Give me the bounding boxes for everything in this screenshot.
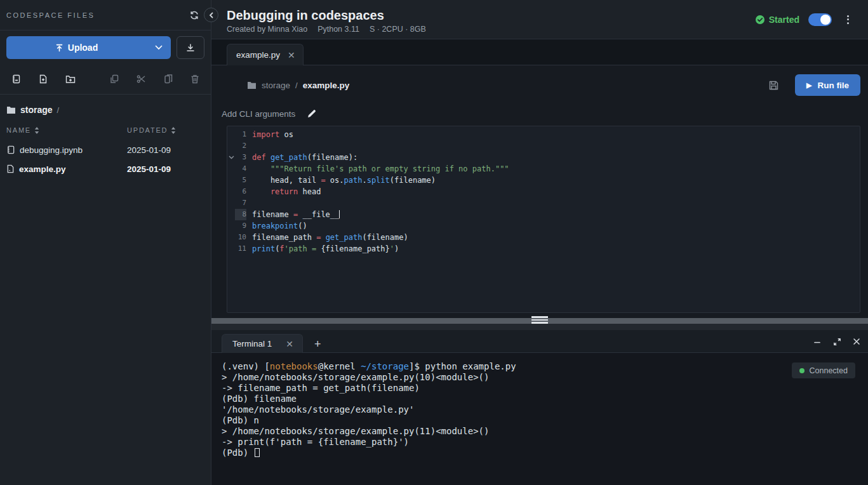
close-terminal-panel-button[interactable]: [850, 335, 863, 348]
copy-button[interactable]: [107, 72, 121, 86]
expand-icon: [833, 338, 841, 346]
line-number: 2: [235, 140, 246, 152]
trash-icon: [190, 74, 199, 84]
refresh-button[interactable]: [187, 8, 202, 23]
upload-button[interactable]: Upload: [6, 36, 171, 59]
line-number: 1: [235, 129, 246, 140]
breadcrumb-separator: /: [295, 81, 298, 90]
line-number: 10: [235, 232, 246, 243]
notebook-icon: [6, 145, 15, 154]
file-row-debugging.ipynb[interactable]: debugging.ipynb 2025-01-09: [6, 140, 204, 159]
code-editor[interactable]: 1 import os 2 3 def get_path(filename): …: [227, 126, 860, 313]
main-area: Debugging in codespaces Created by Minna…: [211, 0, 868, 485]
file-updated: 2025-01-09: [127, 145, 204, 155]
play-icon: ▶: [806, 81, 811, 90]
more-options-button[interactable]: [841, 11, 855, 28]
python-icon: [6, 164, 15, 173]
folder-icon: [6, 106, 16, 114]
fold-chevron-icon[interactable]: [227, 156, 235, 159]
new-file-button[interactable]: [36, 72, 50, 86]
status-badge: Started: [755, 15, 799, 25]
scissors-icon: [137, 74, 146, 84]
paste-button[interactable]: [161, 72, 175, 86]
breadcrumb-separator: /: [57, 105, 60, 115]
code-line-3: 3 def get_path(filename):: [227, 152, 860, 163]
notebook-icon: [11, 74, 21, 84]
file-name: debugging.ipynb: [20, 145, 83, 155]
line-number: 3: [235, 152, 246, 163]
connected-dot-icon: [799, 368, 805, 373]
sidebar-codespace-files: CODESPACE FILES Upload: [0, 0, 211, 485]
download-icon: [186, 43, 195, 52]
line-number: 4: [235, 163, 246, 175]
download-button[interactable]: [177, 36, 204, 59]
panel-divider: [211, 324, 868, 330]
copy-icon: [110, 74, 119, 84]
upload-icon: [55, 44, 63, 52]
new-terminal-button[interactable]: +: [314, 338, 321, 350]
folder-plus-icon: [65, 75, 76, 84]
panel-resize-handle[interactable]: [211, 318, 868, 324]
created-by: Created by Minna Xiao: [227, 25, 307, 34]
paste-icon: [164, 74, 173, 84]
code-line-1: 1 import os: [227, 129, 860, 140]
machine-label: S · 2CPU · 8GB: [370, 25, 426, 34]
line-number: 7: [235, 197, 246, 209]
breadcrumb-folder[interactable]: storage: [20, 105, 53, 115]
connection-status-badge: Connected: [792, 362, 855, 378]
project-meta: Created by Minna Xiao Python 3.11 S · 2C…: [227, 25, 755, 34]
sidebar-collapse-button[interactable]: [204, 8, 218, 22]
new-notebook-button[interactable]: [9, 72, 23, 86]
sidebar-title: CODESPACE FILES: [6, 11, 187, 19]
terminal-line-5: '/home/notebooks/storage/example.py': [222, 404, 868, 415]
run-file-label: Run file: [818, 81, 850, 90]
minimize-terminal-button[interactable]: [810, 335, 824, 349]
cut-button[interactable]: [134, 72, 149, 86]
terminal-line-2: > /home/notebooks/storage/example.py(10)…: [222, 372, 868, 383]
file-plus-icon: [39, 74, 48, 84]
pencil-icon: [307, 109, 316, 118]
tab-label: example.py: [236, 50, 280, 60]
terminal-line-9: (Pdb): [222, 448, 868, 458]
save-file-button[interactable]: [766, 78, 781, 93]
file-breadcrumb: storage / example.py: [247, 81, 766, 90]
run-file-button[interactable]: ▶ Run file: [795, 74, 860, 96]
terminal-line-6: (Pdb) n: [222, 415, 868, 426]
line-number: 5: [235, 175, 246, 186]
check-circle-icon: [755, 15, 765, 25]
file-tabstrip: example.py ✕: [211, 39, 868, 65]
upload-dropdown[interactable]: [147, 45, 171, 50]
machine-toggle[interactable]: [808, 13, 832, 26]
terminal-line-3: -> filename_path = get_path(filename): [222, 383, 868, 394]
cli-arguments-label: Add CLI arguments: [222, 109, 295, 119]
delete-button[interactable]: [188, 72, 202, 86]
close-tab-icon[interactable]: ✕: [288, 51, 295, 60]
refresh-icon: [189, 10, 199, 20]
sort-by-updated[interactable]: UPDATED: [127, 126, 204, 134]
kebab-icon: [847, 15, 849, 17]
tab-terminal-1[interactable]: Terminal 1 ✕: [222, 334, 303, 353]
code-line-6: 6 return head: [227, 186, 860, 197]
expand-terminal-button[interactable]: [831, 335, 844, 349]
page-title: Debugging in codespaces: [227, 7, 755, 23]
terminal-line-1: (.venv) [notebooks@kernel ~/storage]$ py…: [222, 361, 868, 372]
file-row-example.py[interactable]: example.py 2025-01-09: [6, 159, 204, 178]
runtime-label: Python 3.11: [317, 25, 359, 34]
line-number: 11: [235, 243, 246, 255]
terminal-output[interactable]: Connected (.venv) [notebooks@kernel ~/st…: [211, 353, 868, 485]
new-folder-button[interactable]: [63, 72, 78, 86]
close-terminal-icon[interactable]: ✕: [286, 340, 293, 349]
sidebar-breadcrumb: storage /: [6, 103, 204, 124]
sidebar-header: CODESPACE FILES: [0, 0, 211, 30]
breadcrumb-folder[interactable]: storage: [262, 81, 290, 90]
sort-icon: [34, 127, 39, 134]
save-icon: [769, 81, 778, 90]
chevron-down-icon: [155, 45, 163, 50]
edit-cli-button[interactable]: [305, 107, 319, 121]
terminal-line-4: (Pdb) filename: [222, 394, 868, 404]
sort-by-name[interactable]: NAME: [6, 126, 127, 134]
line-number: 9: [235, 220, 246, 232]
terminal-line-7: > /home/notebooks/storage/example.py(11)…: [222, 426, 868, 437]
connected-label: Connected: [810, 366, 848, 375]
tab-example-py[interactable]: example.py ✕: [227, 44, 304, 65]
